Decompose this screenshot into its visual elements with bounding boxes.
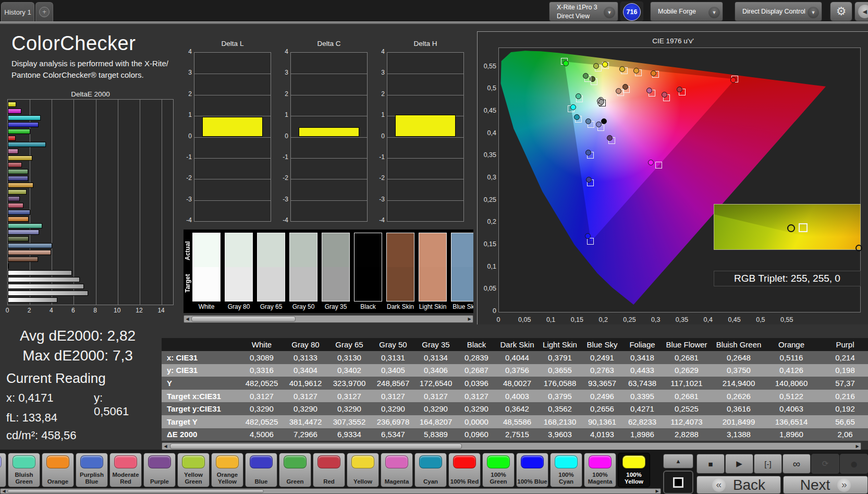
swatch-column — [192, 233, 221, 302]
window-icon — [673, 477, 683, 488]
patch-button-100-green[interactable]: 100% Green — [482, 453, 515, 487]
table-cell: 0,2681 — [662, 392, 711, 401]
patch-button-bluish-green[interactable]: Bluish Green — [8, 453, 40, 487]
pattern-window-button[interactable] — [663, 471, 693, 494]
table-cell: 56,65 — [816, 417, 868, 426]
patch-button-orange[interactable]: Orange — [42, 453, 74, 487]
table-cell: 201,8499 — [711, 417, 766, 426]
patch-button-purplish-blue[interactable]: Purplish Blue — [76, 453, 108, 487]
deltae-bar-100-yellow — [8, 102, 16, 107]
cdm2-readout: cd/m²: 458,56 — [6, 429, 77, 442]
cie-y-tick-label: 0,1 — [479, 263, 496, 270]
deltae-x-tick-label: 8 — [91, 307, 100, 314]
patch-button-100-red[interactable]: 100% Red — [448, 453, 481, 487]
scroll-right-icon[interactable]: ▶ — [466, 316, 473, 322]
patch-scrollbar-thumb[interactable] — [7, 489, 264, 493]
scroll-left-icon[interactable]: ◀ — [184, 316, 191, 322]
cie-x-tick-label: 0,05 — [516, 316, 533, 323]
add-tab-button[interactable]: + — [35, 2, 53, 21]
display-control-dropdown[interactable]: Direct Display Control ▼ — [735, 2, 822, 21]
patch-button-green[interactable]: Green — [279, 453, 311, 487]
patch-button-blue-flower[interactable]: Blue Flower — [0, 453, 6, 487]
mini-gridline — [387, 74, 463, 74]
tab-history-1[interactable]: History 1 — [1, 2, 34, 21]
scroll-right-icon[interactable]: ▶ — [854, 443, 861, 450]
back-button[interactable]: « Back — [696, 476, 781, 494]
next-button[interactable]: Next » — [783, 476, 868, 494]
swatch-column — [257, 233, 285, 302]
mini-gridline — [291, 137, 367, 138]
patch-button-yellow-green[interactable]: Yellow Green — [177, 453, 210, 487]
table-cell: 63,7438 — [622, 379, 662, 388]
table-cell: 482,0525 — [240, 417, 284, 426]
swatch-black: Black — [354, 233, 382, 310]
control-button-stop[interactable]: ■ — [696, 454, 725, 474]
patch-button-yellow[interactable]: Yellow — [347, 453, 379, 487]
settings-button[interactable]: ⚙ — [830, 2, 852, 21]
control-button-refresh[interactable]: ⟳ — [811, 454, 839, 474]
control-button-play[interactable]: ▶ — [725, 454, 753, 474]
table-cell: 4,5006 — [240, 430, 284, 439]
swatch-target — [290, 267, 317, 301]
control-button-record[interactable]: ● — [840, 454, 868, 474]
mini-y-tick-label: -3 — [277, 196, 288, 203]
deltae-bar-black — [8, 263, 9, 269]
swatch-gray-80: Gray 80 — [225, 233, 253, 310]
table-scrollbar[interactable]: ◀ ▶ — [162, 442, 861, 450]
meter-dropdown[interactable]: X-Rite i1Pro 3Direct View ▼ — [549, 2, 618, 21]
patch-button-red[interactable]: Red — [313, 453, 345, 487]
patch-button-100-blue[interactable]: 100% Blue — [516, 453, 548, 487]
meter-count-badge[interactable]: 716 — [623, 3, 641, 21]
swatch-scrollbar-thumb[interactable] — [191, 316, 296, 322]
scroll-left-icon[interactable]: ◀ — [1, 489, 7, 493]
deltae-bars — [8, 100, 173, 305]
patch-scrollbar[interactable]: ◀ ▶ — [0, 488, 661, 494]
patch-button-100-yellow[interactable]: 100% Yellow — [618, 453, 650, 487]
patch-button-cyan[interactable]: Cyan — [414, 453, 447, 487]
patch-button-label: Purplish Blue — [76, 468, 107, 487]
inset-corner-marker — [855, 245, 862, 251]
patch-button-magenta[interactable]: Magenta — [381, 453, 413, 487]
table-cell: 4,0193 — [582, 430, 622, 439]
mini-y-tick-label: 2 — [180, 90, 192, 98]
table-column-header: Gray 50 — [371, 340, 415, 349]
patch-button-moderate-red[interactable]: Moderate Red — [109, 453, 142, 487]
scroll-left-icon[interactable]: ◀ — [162, 443, 169, 450]
patch-color-chip — [250, 455, 273, 468]
control-button-pattern-size[interactable]: [-] — [754, 454, 782, 474]
cie-x-tick-label: 0,45 — [726, 316, 743, 323]
patch-color-chip — [148, 455, 171, 468]
swatch-column — [419, 233, 447, 302]
collapse-panel-button[interactable]: ◀ — [854, 2, 868, 21]
patch-button-100-magenta[interactable]: 100% Magenta — [584, 453, 616, 487]
table-row: x: CIE310,30890,31330,31300,31310,31340,… — [162, 351, 868, 364]
table-cell: 0,3127 — [284, 392, 327, 401]
patch-color-chip — [351, 455, 374, 468]
scroll-right-icon[interactable]: ▶ — [654, 489, 661, 493]
mini-gridline — [291, 179, 367, 179]
table-column-header: Gray 80 — [284, 340, 327, 349]
collapse-strip-button[interactable]: ▲ — [663, 454, 693, 468]
swatch-label: Dark Skin — [386, 303, 414, 310]
table-cell: 0,4271 — [622, 404, 662, 413]
deltae-bar-100-cyan — [8, 115, 41, 121]
swatch-light-skin: Light Skin — [419, 233, 447, 310]
patch-button-label: Orange Yellow — [212, 468, 243, 487]
patch-button-100-cyan[interactable]: 100% Cyan — [550, 453, 582, 487]
table-cell: 5,8389 — [415, 430, 457, 439]
table-column-header: Light Skin — [538, 340, 582, 349]
page-title: ColorChecker — [11, 32, 136, 55]
patch-button-purple[interactable]: Purple — [143, 453, 176, 487]
patch-button-blue[interactable]: Blue — [245, 453, 277, 487]
table-cell: 2,06 — [816, 430, 868, 439]
chevron-down-icon: ▼ — [708, 7, 720, 18]
y-readout: y: 0,5061 — [94, 391, 129, 418]
table-scrollbar-thumb[interactable] — [170, 443, 462, 449]
swatch-scrollbar[interactable]: ◀ ▶ — [184, 315, 473, 323]
cie-x-tick-label: 0,15 — [568, 316, 586, 323]
swatch-actual — [419, 233, 446, 267]
table-column-header: Bluish Green — [711, 340, 766, 349]
control-button-loop[interactable]: ∞ — [783, 454, 811, 474]
source-dropdown[interactable]: Mobile Forge ▼ — [650, 2, 723, 21]
patch-button-orange-yellow[interactable]: Orange Yellow — [211, 453, 243, 487]
